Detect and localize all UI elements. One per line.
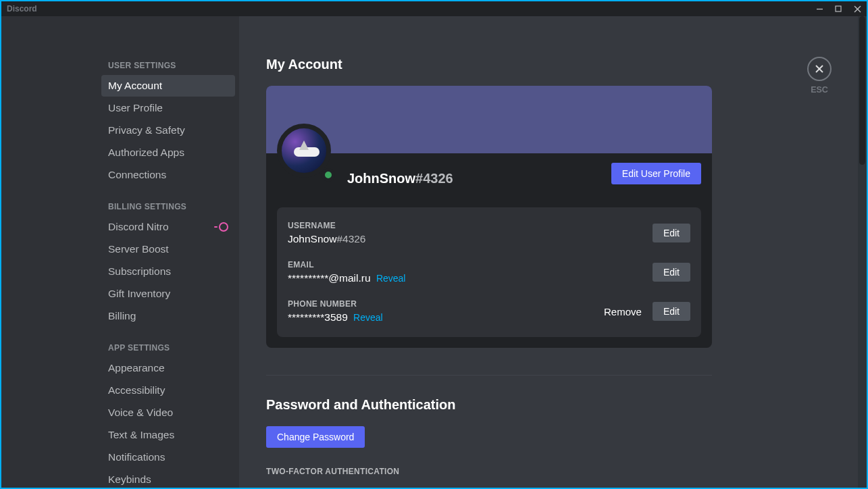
sidebar-item-connections[interactable]: Connections (101, 164, 235, 186)
edit-phone-button[interactable]: Edit (653, 302, 690, 321)
sidebar-item-gift-inventory[interactable]: Gift Inventory (101, 283, 235, 305)
sidebar-item-voice-video[interactable]: Voice & Video (101, 402, 235, 423)
profile-name: JohnSnow#4326 (347, 161, 453, 186)
sidebar-item-appearance[interactable]: Appearance (101, 357, 235, 379)
reveal-phone-button[interactable]: Reveal (353, 312, 383, 323)
svg-rect-1 (836, 6, 841, 11)
sidebar-item-user-profile[interactable]: User Profile (101, 97, 235, 119)
app-name: Discord (7, 4, 37, 14)
email-value: **********@mail.ru Reveal (288, 272, 405, 284)
close-icon (813, 63, 825, 75)
sidebar-item-keybinds[interactable]: Keybinds (101, 469, 235, 488)
settings-content: ESC My Account JohnSnow#4326 Edit User P… (239, 16, 867, 488)
sidebar-item-my-account[interactable]: My Account (101, 75, 235, 97)
two-factor-heading: TWO-FACTOR AUTHENTICATION (266, 467, 840, 476)
edit-username-button[interactable]: Edit (653, 224, 690, 242)
edit-email-button[interactable]: Edit (653, 263, 690, 282)
email-label: EMAIL (288, 260, 405, 269)
sidebar-item-authorized-apps[interactable]: Authorized Apps (101, 142, 235, 163)
username-label: USERNAME (288, 221, 366, 230)
nitro-icon (214, 222, 228, 232)
section-divider (266, 375, 712, 376)
sidebar-item-text-images[interactable]: Text & Images (101, 424, 235, 446)
field-email: EMAIL **********@mail.ru Reveal Edit (288, 257, 690, 297)
sidebar-item-privacy-safety[interactable]: Privacy & Safety (101, 120, 235, 141)
page-title: My Account (266, 57, 840, 72)
sidebar-item-subscriptions[interactable]: Subscriptions (101, 261, 235, 282)
status-online-icon (322, 168, 335, 182)
sidebar-header-billing: BILLING SETTINGS (101, 198, 235, 215)
avatar[interactable] (277, 124, 339, 186)
field-username: USERNAME JohnSnow#4326 Edit (288, 218, 690, 257)
scrollbar-thumb[interactable] (859, 16, 865, 165)
window-controls (810, 1, 867, 16)
close-settings-button[interactable] (807, 57, 832, 81)
sidebar-item-discord-nitro[interactable]: Discord Nitro (101, 216, 235, 238)
username-value: JohnSnow#4326 (288, 233, 366, 245)
settings-sidebar: USER SETTINGS My Account User Profile Pr… (1, 16, 239, 488)
phone-value: *********3589 Reveal (288, 311, 383, 324)
edit-user-profile-button[interactable]: Edit User Profile (611, 163, 701, 184)
phone-label: PHONE NUMBER (288, 299, 383, 309)
sidebar-item-notifications[interactable]: Notifications (101, 446, 235, 468)
close-window-button[interactable] (848, 1, 867, 16)
maximize-button[interactable] (829, 1, 848, 16)
sidebar-header-user: USER SETTINGS (101, 57, 235, 74)
scrollbar[interactable] (858, 16, 867, 488)
account-card: JohnSnow#4326 Edit User Profile USERNAME… (266, 86, 712, 348)
sidebar-item-server-boost[interactable]: Server Boost (101, 238, 235, 260)
reveal-email-button[interactable]: Reveal (376, 273, 406, 284)
close-esc-label: ESC (807, 85, 832, 95)
remove-phone-button[interactable]: Remove (604, 306, 642, 317)
sidebar-item-billing[interactable]: Billing (101, 305, 235, 327)
change-password-button[interactable]: Change Password (266, 426, 365, 448)
field-phone: PHONE NUMBER *********3589 Reveal Remove… (288, 297, 690, 326)
titlebar: Discord (1, 1, 867, 16)
password-auth-heading: Password and Authentication (266, 397, 840, 413)
minimize-button[interactable] (810, 1, 829, 16)
sidebar-item-accessibility[interactable]: Accessibility (101, 380, 235, 401)
account-fields: USERNAME JohnSnow#4326 Edit EMAIL ******… (277, 207, 701, 337)
sidebar-header-app: APP SETTINGS (101, 339, 235, 357)
